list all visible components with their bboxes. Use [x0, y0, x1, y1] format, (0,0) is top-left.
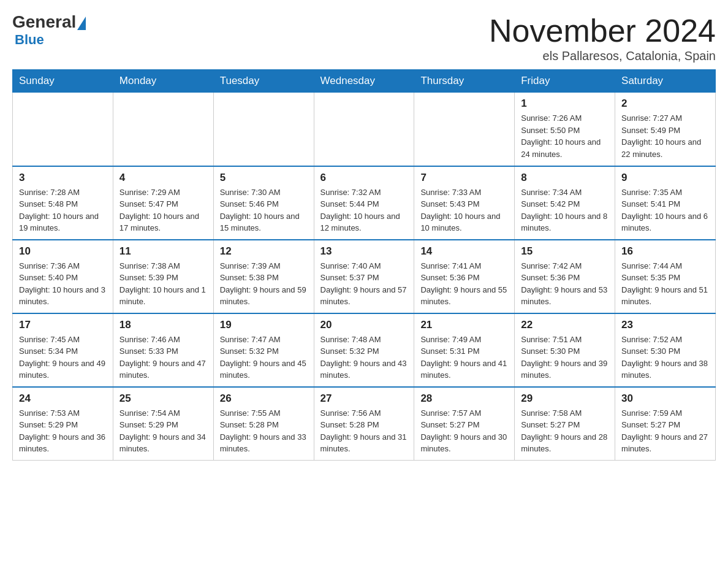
calendar-cell: 11Sunrise: 7:38 AMSunset: 5:39 PMDayligh… — [113, 240, 213, 313]
calendar-cell: 4Sunrise: 7:29 AMSunset: 5:47 PMDaylight… — [113, 166, 213, 240]
calendar-cell: 2Sunrise: 7:27 AMSunset: 5:49 PMDaylight… — [615, 93, 716, 166]
day-number: 12 — [220, 245, 308, 258]
day-number: 9 — [621, 172, 709, 184]
day-info: Sunrise: 7:52 AMSunset: 5:30 PMDaylight:… — [621, 334, 709, 381]
day-number: 22 — [521, 319, 609, 331]
day-info: Sunrise: 7:47 AMSunset: 5:32 PMDaylight:… — [220, 334, 308, 381]
calendar-cell — [13, 93, 113, 166]
day-number: 7 — [420, 172, 508, 184]
month-title: November 2024 — [489, 12, 716, 49]
calendar-cell: 23Sunrise: 7:52 AMSunset: 5:30 PMDayligh… — [615, 313, 716, 387]
weekday-header-friday: Friday — [515, 70, 615, 93]
day-info: Sunrise: 7:34 AMSunset: 5:42 PMDaylight:… — [521, 186, 609, 234]
day-info: Sunrise: 7:45 AMSunset: 5:34 PMDaylight:… — [19, 334, 107, 381]
day-number: 13 — [320, 245, 408, 258]
calendar-cell: 16Sunrise: 7:44 AMSunset: 5:35 PMDayligh… — [615, 240, 716, 313]
day-number: 3 — [19, 172, 107, 184]
day-info: Sunrise: 7:55 AMSunset: 5:28 PMDaylight:… — [220, 407, 308, 455]
day-info: Sunrise: 7:28 AMSunset: 5:48 PMDaylight:… — [19, 186, 107, 234]
day-number: 18 — [119, 319, 207, 331]
calendar-cell: 25Sunrise: 7:54 AMSunset: 5:29 PMDayligh… — [113, 387, 213, 461]
day-info: Sunrise: 7:48 AMSunset: 5:32 PMDaylight:… — [320, 334, 408, 381]
calendar-cell: 19Sunrise: 7:47 AMSunset: 5:32 PMDayligh… — [213, 313, 314, 387]
calendar-cell: 14Sunrise: 7:41 AMSunset: 5:36 PMDayligh… — [414, 240, 515, 313]
calendar-cell: 18Sunrise: 7:46 AMSunset: 5:33 PMDayligh… — [113, 313, 213, 387]
calendar-cell: 6Sunrise: 7:32 AMSunset: 5:44 PMDaylight… — [314, 166, 414, 240]
calendar-week-row: 17Sunrise: 7:45 AMSunset: 5:34 PMDayligh… — [13, 313, 716, 387]
logo-triangle-icon — [77, 17, 86, 30]
day-number: 25 — [119, 393, 207, 405]
day-info: Sunrise: 7:29 AMSunset: 5:47 PMDaylight:… — [119, 186, 207, 234]
day-number: 1 — [521, 98, 609, 110]
day-number: 30 — [621, 393, 709, 405]
day-info: Sunrise: 7:56 AMSunset: 5:28 PMDaylight:… — [320, 407, 408, 455]
logo: General Blue — [12, 12, 86, 48]
calendar-cell: 9Sunrise: 7:35 AMSunset: 5:41 PMDaylight… — [615, 166, 716, 240]
calendar-cell: 24Sunrise: 7:53 AMSunset: 5:29 PMDayligh… — [13, 387, 113, 461]
day-info: Sunrise: 7:40 AMSunset: 5:37 PMDaylight:… — [320, 260, 408, 308]
calendar-cell: 28Sunrise: 7:57 AMSunset: 5:27 PMDayligh… — [414, 387, 515, 461]
calendar-cell: 27Sunrise: 7:56 AMSunset: 5:28 PMDayligh… — [314, 387, 414, 461]
day-info: Sunrise: 7:38 AMSunset: 5:39 PMDaylight:… — [119, 260, 207, 308]
page-header: General Blue November 2024 els Pallareso… — [12, 12, 716, 63]
day-number: 26 — [220, 393, 308, 405]
calendar-table: SundayMondayTuesdayWednesdayThursdayFrid… — [12, 69, 716, 461]
day-info: Sunrise: 7:59 AMSunset: 5:27 PMDaylight:… — [621, 407, 709, 455]
day-number: 28 — [420, 393, 508, 405]
day-number: 16 — [621, 245, 709, 258]
calendar-cell: 10Sunrise: 7:36 AMSunset: 5:40 PMDayligh… — [13, 240, 113, 313]
weekday-header-monday: Monday — [113, 70, 213, 93]
day-number: 21 — [420, 319, 508, 331]
day-number: 17 — [19, 319, 107, 331]
day-info: Sunrise: 7:46 AMSunset: 5:33 PMDaylight:… — [119, 334, 207, 381]
weekday-header-row: SundayMondayTuesdayWednesdayThursdayFrid… — [13, 70, 716, 93]
weekday-header-wednesday: Wednesday — [314, 70, 414, 93]
day-info: Sunrise: 7:27 AMSunset: 5:49 PMDaylight:… — [621, 112, 709, 160]
calendar-cell: 26Sunrise: 7:55 AMSunset: 5:28 PMDayligh… — [213, 387, 314, 461]
calendar-cell: 12Sunrise: 7:39 AMSunset: 5:38 PMDayligh… — [213, 240, 314, 313]
calendar-cell: 5Sunrise: 7:30 AMSunset: 5:46 PMDaylight… — [213, 166, 314, 240]
calendar-cell: 8Sunrise: 7:34 AMSunset: 5:42 PMDaylight… — [515, 166, 615, 240]
day-number: 2 — [621, 98, 709, 110]
calendar-cell: 22Sunrise: 7:51 AMSunset: 5:30 PMDayligh… — [515, 313, 615, 387]
calendar-cell: 29Sunrise: 7:58 AMSunset: 5:27 PMDayligh… — [515, 387, 615, 461]
calendar-cell: 17Sunrise: 7:45 AMSunset: 5:34 PMDayligh… — [13, 313, 113, 387]
day-number: 14 — [420, 245, 508, 258]
day-info: Sunrise: 7:53 AMSunset: 5:29 PMDaylight:… — [19, 407, 107, 455]
day-info: Sunrise: 7:35 AMSunset: 5:41 PMDaylight:… — [621, 186, 709, 234]
day-number: 20 — [320, 319, 408, 331]
calendar-cell: 7Sunrise: 7:33 AMSunset: 5:43 PMDaylight… — [414, 166, 515, 240]
day-info: Sunrise: 7:58 AMSunset: 5:27 PMDaylight:… — [521, 407, 609, 455]
day-info: Sunrise: 7:26 AMSunset: 5:50 PMDaylight:… — [521, 112, 609, 160]
location-text: els Pallaresos, Catalonia, Spain — [489, 49, 716, 63]
day-number: 10 — [19, 245, 107, 258]
day-info: Sunrise: 7:32 AMSunset: 5:44 PMDaylight:… — [320, 186, 408, 234]
day-info: Sunrise: 7:33 AMSunset: 5:43 PMDaylight:… — [420, 186, 508, 234]
day-info: Sunrise: 7:54 AMSunset: 5:29 PMDaylight:… — [119, 407, 207, 455]
day-info: Sunrise: 7:51 AMSunset: 5:30 PMDaylight:… — [521, 334, 609, 381]
day-number: 27 — [320, 393, 408, 405]
day-number: 8 — [521, 172, 609, 184]
day-info: Sunrise: 7:57 AMSunset: 5:27 PMDaylight:… — [420, 407, 508, 455]
calendar-cell — [414, 93, 515, 166]
logo-general-text: General — [12, 12, 76, 32]
day-info: Sunrise: 7:49 AMSunset: 5:31 PMDaylight:… — [420, 334, 508, 381]
logo-top: General — [12, 12, 86, 32]
day-number: 6 — [320, 172, 408, 184]
calendar-cell: 1Sunrise: 7:26 AMSunset: 5:50 PMDaylight… — [515, 93, 615, 166]
logo-blue-text: Blue — [15, 32, 44, 48]
weekday-header-thursday: Thursday — [414, 70, 515, 93]
calendar-cell: 30Sunrise: 7:59 AMSunset: 5:27 PMDayligh… — [615, 387, 716, 461]
day-info: Sunrise: 7:41 AMSunset: 5:36 PMDaylight:… — [420, 260, 508, 308]
calendar-cell — [113, 93, 213, 166]
calendar-week-row: 1Sunrise: 7:26 AMSunset: 5:50 PMDaylight… — [13, 93, 716, 166]
day-number: 15 — [521, 245, 609, 258]
day-number: 19 — [220, 319, 308, 331]
day-number: 11 — [119, 245, 207, 258]
day-number: 23 — [621, 319, 709, 331]
calendar-week-row: 24Sunrise: 7:53 AMSunset: 5:29 PMDayligh… — [13, 387, 716, 461]
day-number: 5 — [220, 172, 308, 184]
day-number: 24 — [19, 393, 107, 405]
day-info: Sunrise: 7:36 AMSunset: 5:40 PMDaylight:… — [19, 260, 107, 308]
calendar-cell: 20Sunrise: 7:48 AMSunset: 5:32 PMDayligh… — [314, 313, 414, 387]
